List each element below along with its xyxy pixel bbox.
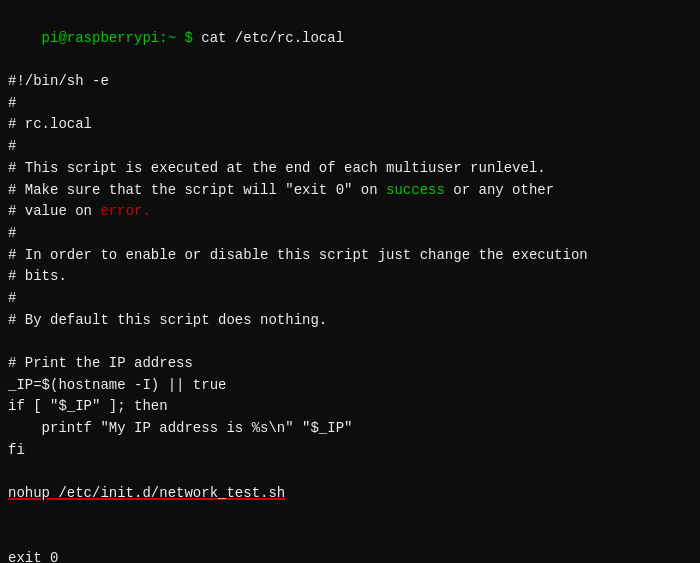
fi-statement: fi [8, 440, 692, 462]
rc-local-comment: # rc.local [8, 114, 692, 136]
printf-statement: printf "My IP address is %s\n" "$_IP" [8, 418, 692, 440]
blank-line-1 [8, 331, 692, 353]
value-on-line: # value on error. [8, 201, 692, 223]
hash-line-4: # [8, 288, 692, 310]
make-sure-line: # Make sure that the script will "exit 0… [8, 180, 692, 202]
this-script-line: # This script is executed at the end of … [8, 158, 692, 180]
by-default-line: # By default this script does nothing. [8, 310, 692, 332]
prompt-text: pi@raspberrypi:~ $ [42, 30, 202, 46]
shebang-line: #!/bin/sh -e [8, 71, 692, 93]
hash-line-1: # [8, 93, 692, 115]
blank-line-2 [8, 461, 692, 483]
command-line: pi@raspberrypi:~ $ cat /etc/rc.local [8, 6, 692, 71]
hash-line-2: # [8, 136, 692, 158]
blank-line-4 [8, 527, 692, 549]
error-word: error. [100, 203, 150, 219]
in-order-line: # In order to enable or disable this scr… [8, 245, 692, 267]
success-word: success [386, 182, 445, 198]
blank-line-3 [8, 505, 692, 527]
exit-line: exit 0 [8, 548, 692, 563]
hash-line-3: # [8, 223, 692, 245]
nohup-line: nohup /etc/init.d/network_test.sh [8, 483, 692, 505]
print-ip-comment: # Print the IP address [8, 353, 692, 375]
bits-line: # bits. [8, 266, 692, 288]
ip-assignment: _IP=$(hostname -I) || true [8, 375, 692, 397]
if-statement: if [ "$_IP" ]; then [8, 396, 692, 418]
command-text: cat /etc/rc.local [201, 30, 344, 46]
terminal-window: pi@raspberrypi:~ $ cat /etc/rc.local #!/… [0, 0, 700, 563]
